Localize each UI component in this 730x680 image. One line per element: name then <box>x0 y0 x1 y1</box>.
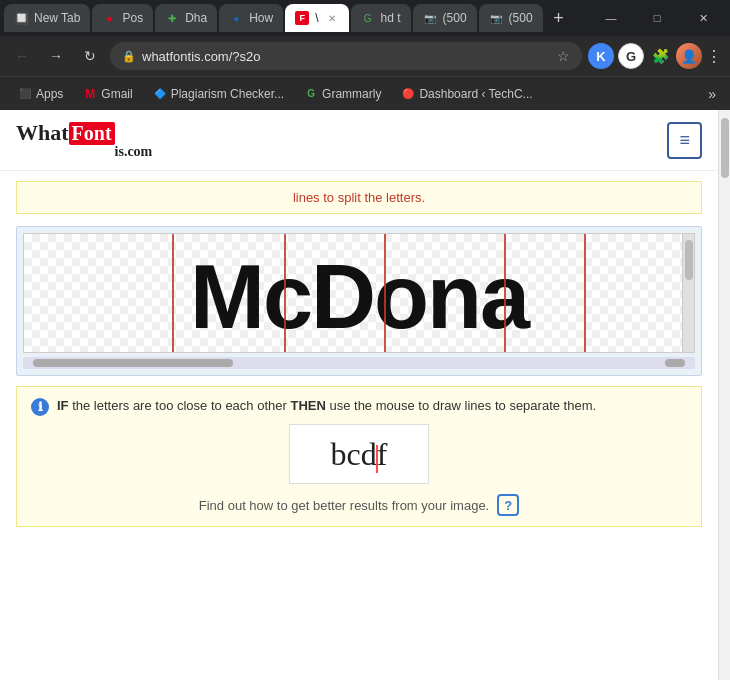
profile-k-button[interactable]: K <box>588 43 614 69</box>
canvas-scrollbar-v[interactable] <box>682 234 694 352</box>
bookmark-favicon-gmail: M <box>83 87 97 101</box>
bookmark-favicon-plagiarism: 🔷 <box>153 87 167 101</box>
info-then-text: THEN <box>290 398 325 413</box>
mcdona-text: McDona <box>190 252 528 342</box>
bookmark-favicon-apps: ⬛ <box>18 87 32 101</box>
tab-label-newtab: New Tab <box>34 11 80 25</box>
tab-dha[interactable]: ✚ Dha <box>155 4 217 32</box>
bookmark-grammarly[interactable]: G Grammarly <box>296 83 389 105</box>
sample-font-text: bcdf <box>331 436 388 473</box>
user-avatar[interactable]: 👤 <box>676 43 702 69</box>
tab-label-active: \ <box>315 11 318 25</box>
info-middle-text: the letters are too close to each other <box>72 398 290 413</box>
split-line-1 <box>172 234 174 352</box>
extensions-icon[interactable]: 🧩 <box>648 44 672 68</box>
tab-new-tab[interactable]: 🔲 New Tab <box>4 4 90 32</box>
profile-g-button[interactable]: G <box>618 43 644 69</box>
bookmark-label-dashboard: Dashboard ‹ TechC... <box>419 87 532 101</box>
bookmark-gmail[interactable]: M Gmail <box>75 83 140 105</box>
bookmark-label-grammarly: Grammarly <box>322 87 381 101</box>
lock-icon: 🔒 <box>122 50 136 63</box>
bookmark-label-gmail: Gmail <box>101 87 132 101</box>
bookmarks-bar: ⬛ Apps M Gmail 🔷 Plagiarism Checker... G… <box>0 76 730 110</box>
bookmark-dashboard[interactable]: 🔴 Dashboard ‹ TechC... <box>393 83 540 105</box>
refresh-button[interactable]: ↻ <box>76 42 104 70</box>
tab-label-hdt: hd t <box>381 11 401 25</box>
bookmarks-more-button[interactable]: » <box>704 82 720 106</box>
bookmark-star-icon[interactable]: ☆ <box>557 48 570 64</box>
tab-favicon-500-2: 📷 <box>489 11 503 25</box>
hint-banner: lines to split the letters. <box>16 181 702 214</box>
bookmark-apps[interactable]: ⬛ Apps <box>10 83 71 105</box>
tab-favicon-dha: ✚ <box>165 11 179 25</box>
logo-font: Font <box>69 122 115 145</box>
tab-favicon-pos: ● <box>102 11 116 25</box>
forward-button[interactable]: → <box>42 42 70 70</box>
tab-hdt[interactable]: G hd t <box>351 4 411 32</box>
tab-label-pos: Pos <box>122 11 143 25</box>
tab-label-how: How <box>249 11 273 25</box>
maximize-button[interactable]: □ <box>634 0 680 36</box>
info-text: IF the letters are too close to each oth… <box>57 397 596 415</box>
tab-label-500-2: (500 <box>509 11 533 25</box>
canvas-scrollbar-h-thumb[interactable] <box>33 359 233 367</box>
page-main: WhatFont is.com ≡ lines to split the let… <box>0 110 718 680</box>
tab-bar: 🔲 New Tab ● Pos ✚ Dha ● How F \ ✕ G hd t <box>0 0 730 36</box>
sample-split-line <box>376 445 378 473</box>
canvas-scrollbar-thumb[interactable] <box>685 240 693 280</box>
tab-pos[interactable]: ● Pos <box>92 4 153 32</box>
split-line-3 <box>384 234 386 352</box>
canvas-scrollbar-h[interactable] <box>23 357 695 369</box>
info-box-content: ℹ IF the letters are too close to each o… <box>31 397 687 416</box>
split-line-4 <box>504 234 506 352</box>
find-out-row: Find out how to get better results from … <box>31 494 687 516</box>
page-scrollbar-thumb[interactable] <box>721 118 729 178</box>
tab-close-active[interactable]: ✕ <box>325 11 339 25</box>
tab-500-2[interactable]: 📷 (500 <box>479 4 543 32</box>
tab-whatfontis[interactable]: F \ ✕ <box>285 4 348 32</box>
image-area[interactable]: McDona <box>16 226 702 376</box>
minimize-button[interactable]: — <box>588 0 634 36</box>
address-input[interactable]: 🔒 whatfontis.com/?s2o ☆ <box>110 42 582 70</box>
tab-favicon-500-1: 📷 <box>423 11 437 25</box>
tab-favicon-newtab: 🔲 <box>14 11 28 25</box>
window-controls: — □ ✕ <box>588 0 726 36</box>
bookmark-favicon-grammarly: G <box>304 87 318 101</box>
url-text: whatfontis.com/?s2o <box>142 49 551 64</box>
back-button[interactable]: ← <box>8 42 36 70</box>
site-header: WhatFont is.com ≡ <box>0 110 718 171</box>
canvas-scrollbar-h-right-thumb <box>665 359 685 367</box>
bookmark-favicon-dashboard: 🔴 <box>401 87 415 101</box>
bookmark-label-apps: Apps <box>36 87 63 101</box>
logo-is: is.com <box>115 128 153 160</box>
bookmark-label-plagiarism: Plagiarism Checker... <box>171 87 284 101</box>
info-icon: ℹ <box>31 398 49 416</box>
info-end-text: use the mouse to draw lines to separate … <box>329 398 596 413</box>
info-box: ℹ IF the letters are too close to each o… <box>16 386 702 527</box>
new-tab-button[interactable]: + <box>545 4 573 32</box>
hint-text: lines to split the letters. <box>293 190 425 205</box>
logo-what: What <box>16 120 69 146</box>
tab-favicon-how: ● <box>229 11 243 25</box>
sample-image-wrap: bcdf <box>31 424 687 488</box>
tab-500-1[interactable]: 📷 (500 <box>413 4 477 32</box>
info-if-text: IF <box>57 398 69 413</box>
tab-label-dha: Dha <box>185 11 207 25</box>
page-scrollbar-v[interactable] <box>718 110 730 680</box>
address-bar: ← → ↻ 🔒 whatfontis.com/?s2o ☆ K G 🧩 👤 ⋮ <box>0 36 730 76</box>
browser-chrome: 🔲 New Tab ● Pos ✚ Dha ● How F \ ✕ G hd t <box>0 0 730 110</box>
hamburger-menu-button[interactable]: ≡ <box>667 122 702 159</box>
question-button[interactable]: ? <box>497 494 519 516</box>
bookmark-plagiarism[interactable]: 🔷 Plagiarism Checker... <box>145 83 292 105</box>
tab-how[interactable]: ● How <box>219 4 283 32</box>
image-canvas[interactable]: McDona <box>23 233 695 353</box>
browser-menu-button[interactable]: ⋮ <box>706 47 722 66</box>
split-line-2 <box>284 234 286 352</box>
site-logo: WhatFont is.com <box>16 120 152 160</box>
sample-image: bcdf <box>289 424 429 484</box>
tab-favicon-active: F <box>295 11 309 25</box>
tab-label-500-1: (500 <box>443 11 467 25</box>
close-button[interactable]: ✕ <box>680 0 726 36</box>
tab-favicon-hdt: G <box>361 11 375 25</box>
page-content: WhatFont is.com ≡ lines to split the let… <box>0 110 730 680</box>
